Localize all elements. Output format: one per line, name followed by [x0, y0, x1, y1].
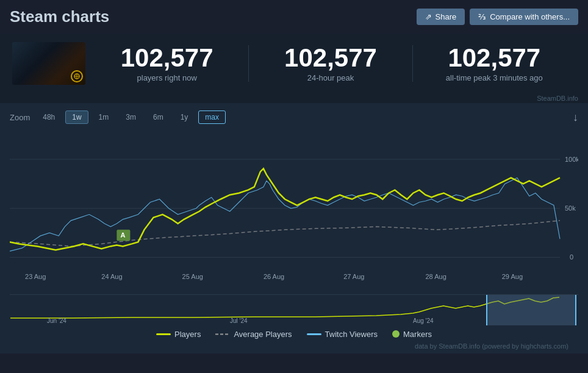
legend-twitch: Twitch Viewers — [307, 330, 378, 339]
legend-twitch-label: Twitch Viewers — [325, 330, 378, 339]
compare-icon: ⅔ — [478, 12, 486, 21]
legend-players-line — [156, 333, 171, 335]
share-icon: ⇗ — [425, 12, 432, 21]
legend-players: Players — [156, 330, 201, 339]
legend-avg-line-svg — [215, 333, 230, 335]
zoom-bar: Zoom 48h 1w 1m 3m 6m 1y max ↓ — [10, 110, 578, 124]
svg-text:100k: 100k — [565, 156, 578, 163]
svg-text:29 Aug: 29 Aug — [502, 273, 523, 280]
peak-24h-value: 102,577 — [261, 45, 400, 71]
stat-alltime-peak: 102,577 all-time peak 3 minutes ago — [413, 45, 576, 82]
legend-markers-label: Markers — [403, 330, 432, 339]
stat-24h-peak: 102,577 24-hour peak — [249, 45, 412, 82]
svg-text:0: 0 — [570, 253, 573, 261]
zoom-1y[interactable]: 1y — [174, 110, 195, 124]
zoom-1m[interactable]: 1m — [92, 110, 116, 124]
zoom-48h[interactable]: 48h — [36, 110, 62, 124]
legend-players-label: Players — [174, 330, 201, 339]
legend: Players Average Players Twitch Viewers M… — [10, 325, 578, 341]
compare-button[interactable]: ⅔ Compare with others... — [470, 9, 578, 25]
page-title: Steam charts — [10, 7, 109, 26]
svg-text:23 Aug: 23 Aug — [25, 273, 46, 280]
svg-text:A: A — [120, 231, 125, 239]
svg-text:27 Aug: 27 Aug — [343, 273, 364, 280]
main-chart[interactable]: 100k 50k 0 23 Aug 24 Aug 25 Aug 26 Aug 2… — [10, 129, 578, 294]
data-credit: data by SteamDB.info (powered by highcha… — [10, 341, 578, 353]
chart-area: Zoom 48h 1w 1m 3m 6m 1y max ↓ 100k 50k 0… — [0, 103, 588, 353]
stat-players-now: 102,577 players right now — [85, 45, 248, 82]
legend-avg-players: Average Players — [215, 330, 292, 339]
svg-text:Jun '24: Jun '24 — [47, 317, 66, 324]
header: Steam charts ⇗ Share ⅔ Compare with othe… — [0, 0, 588, 34]
zoom-max[interactable]: max — [198, 110, 226, 124]
game-thumbnail — [12, 42, 85, 85]
svg-rect-22 — [575, 295, 576, 325]
alltime-peak-label: all-time peak 3 minutes ago — [425, 73, 564, 82]
main-chart-svg: 100k 50k 0 23 Aug 24 Aug 25 Aug 26 Aug 2… — [10, 129, 578, 294]
svg-text:25 Aug: 25 Aug — [182, 273, 203, 280]
legend-markers-dot — [392, 330, 400, 338]
mini-chart[interactable]: Jun '24 Jul '24 Aug '24 — [10, 294, 578, 325]
zoom-1w[interactable]: 1w — [65, 110, 88, 124]
svg-text:28 Aug: 28 Aug — [425, 273, 446, 280]
steamdb-credit: SteamDB.info — [0, 93, 588, 103]
alltime-peak-value: 102,577 — [425, 45, 564, 71]
players-now-label: players right now — [98, 73, 236, 82]
legend-markers: Markers — [392, 330, 432, 339]
legend-twitch-line — [307, 333, 321, 335]
header-actions: ⇗ Share ⅔ Compare with others... — [417, 9, 578, 25]
game-icon — [71, 70, 83, 82]
svg-text:Jul '24: Jul '24 — [230, 317, 248, 324]
svg-text:26 Aug: 26 Aug — [264, 273, 284, 280]
peak-24h-label: 24-hour peak — [261, 73, 400, 82]
svg-text:Aug '24: Aug '24 — [413, 317, 434, 324]
mini-chart-svg: Jun '24 Jul '24 Aug '24 — [10, 295, 578, 325]
players-now-value: 102,577 — [98, 45, 236, 71]
zoom-3m[interactable]: 3m — [119, 110, 143, 124]
svg-text:24 Aug: 24 Aug — [101, 273, 122, 280]
svg-rect-3 — [10, 129, 578, 294]
download-button[interactable]: ↓ — [573, 111, 578, 124]
stats-bar: 102,577 players right now 102,577 24-hou… — [0, 34, 588, 93]
svg-rect-20 — [486, 295, 576, 325]
legend-avg-label: Average Players — [234, 330, 292, 339]
zoom-6m[interactable]: 6m — [146, 110, 170, 124]
share-button[interactable]: ⇗ Share — [417, 9, 465, 25]
zoom-label: Zoom — [10, 113, 30, 122]
svg-rect-21 — [486, 295, 487, 325]
svg-text:50k: 50k — [565, 205, 576, 212]
